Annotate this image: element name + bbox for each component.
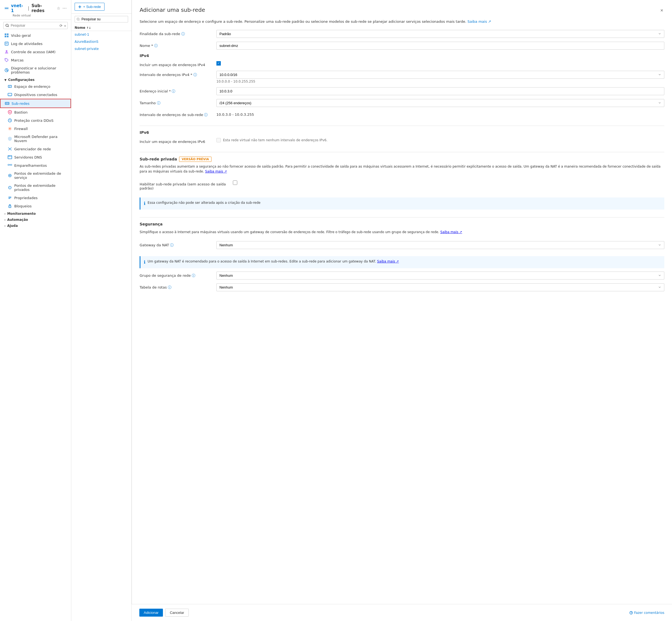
breadcrumb: vnet-1 | Sub-redes ☆ ··· bbox=[4, 3, 67, 13]
sidebar-item-label: Bastion bbox=[14, 110, 28, 114]
sidebar-item-iam[interactable]: Controle de acesso (IAM) bbox=[0, 48, 71, 56]
svg-line-37 bbox=[10, 149, 11, 150]
endpoint-icon bbox=[8, 173, 12, 178]
endereco-control bbox=[216, 87, 664, 95]
intervalo-subrede-info-icon[interactable]: ⓘ bbox=[204, 113, 208, 117]
nat-learn-link[interactable]: Saiba mais ↗ bbox=[377, 259, 399, 263]
intervalo-info-icon[interactable]: ⓘ bbox=[194, 72, 197, 77]
svg-point-2 bbox=[6, 8, 7, 9]
intervalo-ipv4-select[interactable]: 10.0.0.0/16 bbox=[216, 71, 664, 79]
sidebar-item-label: Propriedades bbox=[14, 196, 38, 200]
sidebar-item-label: Microsoft Defender para Nuvem bbox=[14, 135, 67, 143]
tabela-info-icon[interactable]: ⓘ bbox=[168, 285, 171, 290]
sidebar-item-label: Gerenciador de rede bbox=[14, 147, 51, 151]
section-label: Ajuda bbox=[7, 224, 18, 227]
sidebar-item-pontos-servico[interactable]: Pontos de extremidade de serviço bbox=[0, 169, 71, 181]
section-label: Automação bbox=[7, 218, 28, 222]
sidebar-item-sub-redes[interactable]: Sub-redes bbox=[0, 99, 71, 108]
nome-label: Nome * ⓘ bbox=[140, 42, 216, 48]
sidebar-item-bastion[interactable]: Bastion bbox=[0, 108, 71, 116]
network-icon bbox=[8, 147, 12, 151]
gateway-info-icon[interactable]: ⓘ bbox=[170, 243, 174, 248]
sidebar-item-log[interactable]: Log de atividades bbox=[0, 40, 71, 48]
svg-point-14 bbox=[6, 50, 7, 52]
endereco-info-icon[interactable]: ⓘ bbox=[172, 89, 175, 94]
gateway-select[interactable]: Nenhum bbox=[216, 241, 664, 249]
sidebar-item-emparelhamentos[interactable]: Emparelhamentos bbox=[0, 161, 71, 169]
sidebar-item-gerenciador[interactable]: Gerenciador de rede bbox=[0, 145, 71, 153]
form-row-nome: Nome * ⓘ bbox=[140, 42, 664, 50]
collapse-icon[interactable]: « bbox=[64, 23, 67, 28]
nav-section-ajuda[interactable]: › Ajuda bbox=[0, 222, 71, 228]
divider-2 bbox=[140, 152, 664, 152]
sidebar-item-marcas[interactable]: Marcas bbox=[0, 56, 71, 64]
close-button[interactable]: × bbox=[659, 7, 664, 14]
private-icon bbox=[8, 185, 12, 190]
nome-input[interactable] bbox=[216, 42, 664, 50]
list-item[interactable]: subnet-private bbox=[71, 45, 131, 52]
search-input[interactable] bbox=[3, 22, 68, 29]
learn-more-link[interactable]: Saiba mais ↗ bbox=[467, 19, 491, 24]
svg-point-3 bbox=[7, 8, 8, 9]
form-row-finalidade: Finalidade da sub-rede ⓘ Padrão bbox=[140, 30, 664, 38]
list-item[interactable]: subnet-1 bbox=[71, 31, 131, 38]
incluir-ipv4-label: Incluir um espaço de endereços IPv4 bbox=[140, 61, 216, 67]
sidebar-item-dispositivos[interactable]: Dispositivos conectados bbox=[0, 90, 71, 99]
nav-section-configuracoes[interactable]: ▼ Configurações bbox=[0, 76, 71, 82]
finalidade-info-icon[interactable]: ⓘ bbox=[181, 32, 185, 37]
feedback-link[interactable]: Fazer comentários bbox=[629, 611, 664, 615]
endereco-input[interactable] bbox=[216, 87, 664, 95]
tamanho-info-icon[interactable]: ⓘ bbox=[157, 101, 161, 106]
nav-section-automacao[interactable]: › Automação bbox=[0, 216, 71, 222]
list-item[interactable]: AzureBastionS bbox=[71, 38, 131, 45]
seguranca-learn-link[interactable]: Saiba mais ↗ bbox=[440, 230, 462, 234]
sidebar-item-label: Bloqueios bbox=[14, 204, 32, 208]
preview-badge: VERSÃO PRÉVIA bbox=[179, 157, 211, 162]
sidebar-item-propriedades[interactable]: Propriedades bbox=[0, 194, 71, 202]
grupo-info-icon[interactable]: ⓘ bbox=[192, 273, 195, 278]
form-row-tabela: Tabela de rotas ⓘ Nenhum bbox=[140, 283, 664, 291]
cancel-button[interactable]: Cancelar bbox=[165, 609, 189, 617]
sidebar-item-espaco[interactable]: Espaço de endereço bbox=[0, 82, 71, 90]
sidebar-item-bloqueios[interactable]: Bloqueios bbox=[0, 202, 71, 210]
sidebar-item-ddos[interactable]: Proteção contra DDoS bbox=[0, 116, 71, 125]
panel-description: Selecione um espaço de endereço e config… bbox=[140, 19, 664, 25]
intervalo-ipv4-control: 10.0.0.0/16 10.0.0.0 - 10.0.255.255 bbox=[216, 71, 664, 83]
add-subnet-button[interactable]: + Sub-rede bbox=[75, 3, 104, 11]
iam-icon bbox=[4, 50, 9, 54]
svg-line-36 bbox=[8, 149, 10, 150]
svg-rect-42 bbox=[8, 164, 9, 165]
subrede-privada-learn-link[interactable]: Saiba mais ↗ bbox=[205, 169, 227, 173]
search-icon bbox=[5, 24, 9, 28]
sort-icon[interactable]: ↑↓ bbox=[86, 26, 91, 29]
subnets-search-input[interactable] bbox=[75, 16, 128, 23]
ipv4-checkbox[interactable] bbox=[216, 61, 221, 66]
sidebar-item-firewall[interactable]: Firewall bbox=[0, 125, 71, 133]
nav-section-monitoramento[interactable]: › Monitoramento bbox=[0, 210, 71, 216]
habilitar-checkbox[interactable] bbox=[233, 180, 237, 185]
nome-info-icon[interactable]: ⓘ bbox=[154, 43, 158, 48]
refresh-icon[interactable]: ⟳ bbox=[59, 23, 63, 28]
add-button[interactable]: Adicionar bbox=[139, 609, 163, 617]
svg-point-15 bbox=[5, 59, 6, 59]
sidebar-item-defender[interactable]: Microsoft Defender para Nuvem bbox=[0, 133, 71, 145]
incluir-ipv6-label: Incluir um espaço de endereços IPv6 bbox=[140, 138, 216, 144]
sidebar-item-diagnosticar[interactable]: Diagnosticar e solucionar problemas bbox=[0, 64, 71, 76]
sidebar-item-pontos-privados[interactable]: Pontos de extremidade privados bbox=[0, 181, 71, 194]
grupo-select[interactable]: Nenhum bbox=[216, 272, 664, 280]
sidebar-item-visao-geral[interactable]: Visão geral bbox=[0, 31, 71, 40]
ipv6-checkbox[interactable] bbox=[216, 138, 221, 142]
tamanho-select[interactable]: /24 (256 endereços) bbox=[216, 99, 664, 107]
form-row-habilitar: Habilitar sub-rede privada (sem acesso d… bbox=[140, 180, 664, 190]
favorite-icon[interactable]: ☆ bbox=[57, 6, 60, 10]
incluir-ipv4-control bbox=[216, 61, 664, 66]
svg-rect-7 bbox=[5, 34, 6, 35]
finalidade-select[interactable]: Padrão bbox=[216, 30, 664, 38]
sidebar-item-dns[interactable]: Servidores DNS bbox=[0, 153, 71, 161]
more-options-icon[interactable]: ··· bbox=[62, 6, 67, 11]
info-icon: ℹ bbox=[144, 200, 145, 207]
habilitar-control bbox=[233, 180, 664, 186]
svg-point-6 bbox=[6, 24, 8, 27]
tabela-select[interactable]: Nenhum bbox=[216, 283, 664, 291]
form-row-incluir-ipv6: Incluir um espaço de endereços IPv6 Esta… bbox=[140, 138, 664, 144]
